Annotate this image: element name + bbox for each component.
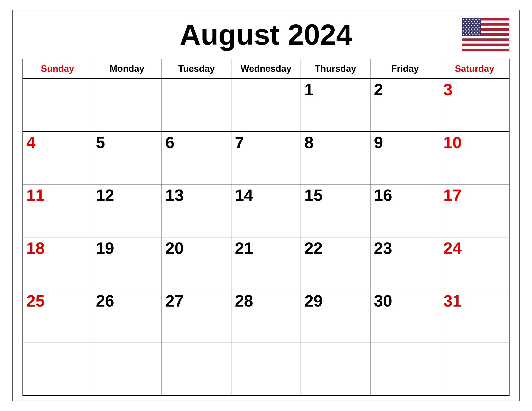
svg-point-48: [468, 32, 469, 34]
day-number-3: 3: [444, 80, 453, 99]
day-number-5: 5: [96, 133, 105, 152]
calendar-cell-w4-d1: 18: [23, 237, 92, 290]
month-year-title: August 2024: [71, 20, 461, 49]
day-number-1: 1: [304, 80, 314, 99]
svg-point-51: [477, 32, 478, 34]
svg-point-19: [463, 23, 464, 24]
calendar-cell-w4-d7: 24: [440, 237, 509, 290]
svg-point-52: [463, 34, 464, 36]
week-row-6: [23, 343, 509, 396]
svg-point-47: [465, 32, 466, 34]
calendar-cell-w3-d5: 15: [301, 184, 370, 237]
day-number-6: 6: [165, 133, 175, 152]
svg-point-9: [466, 19, 467, 20]
svg-point-34: [475, 27, 477, 28]
svg-point-38: [471, 28, 472, 30]
day-number-15: 15: [304, 186, 323, 204]
flag-svg: [461, 18, 510, 51]
svg-rect-4: [462, 36, 509, 38]
day-number-7: 7: [235, 133, 244, 152]
svg-point-28: [474, 25, 475, 26]
day-number-26: 26: [96, 291, 114, 310]
svg-point-49: [471, 32, 472, 34]
svg-point-16: [471, 21, 472, 22]
calendar-cell-w4-d6: 23: [370, 237, 440, 290]
svg-point-53: [466, 34, 467, 36]
svg-point-57: [479, 34, 480, 36]
day-number-22: 22: [304, 239, 323, 257]
day-number-31: 31: [444, 291, 462, 310]
svg-point-13: [479, 19, 480, 20]
calendar-cell-w1-d1: [23, 79, 92, 131]
calendar-cell-w2-d4: 7: [231, 131, 301, 185]
svg-point-27: [471, 25, 472, 26]
day-number-28: 28: [235, 291, 253, 310]
svg-rect-5: [462, 41, 509, 44]
svg-point-41: [463, 30, 464, 32]
svg-point-50: [474, 32, 475, 34]
day-number-13: 13: [165, 186, 184, 204]
svg-point-24: [479, 23, 480, 24]
svg-point-55: [472, 34, 474, 36]
calendar-cell-w4-d5: 22: [301, 237, 370, 290]
day-number-17: 17: [444, 186, 462, 204]
svg-point-45: [475, 30, 477, 32]
svg-point-35: [479, 27, 480, 28]
calendar-cell-w6-d2: [92, 343, 162, 396]
svg-point-43: [469, 30, 470, 32]
svg-point-42: [466, 30, 467, 32]
day-number-25: 25: [26, 291, 45, 310]
svg-point-30: [463, 27, 464, 28]
calendar-cell-w1-d5: 1: [301, 79, 370, 131]
us-flag: [461, 18, 510, 51]
day-number-20: 20: [165, 239, 184, 257]
calendar-cell-w5-d3: 27: [162, 290, 231, 343]
calendar-cell-w4-d2: 19: [92, 237, 162, 290]
month-label: August: [180, 18, 280, 51]
calendar-cell-w5-d7: 31: [440, 290, 509, 343]
svg-point-22: [472, 23, 474, 24]
calendar-cell-w1-d2: [92, 79, 162, 131]
day-number-16: 16: [374, 186, 392, 204]
header-wednesday: Wednesday: [231, 59, 301, 79]
day-number-21: 21: [235, 239, 253, 257]
calendar-cell-w5-d4: 28: [231, 290, 301, 343]
calendar-cell-w1-d3: [162, 79, 231, 131]
day-number-27: 27: [165, 291, 184, 310]
svg-rect-6: [462, 46, 509, 49]
svg-point-12: [475, 19, 477, 20]
calendar-cell-w2-d5: 8: [301, 131, 370, 185]
calendar-cell-w3-d4: 14: [231, 184, 301, 237]
day-number-29: 29: [304, 291, 323, 310]
svg-point-39: [474, 28, 475, 30]
calendar-cell-w5-d2: 26: [92, 290, 162, 343]
day-number-24: 24: [444, 239, 462, 257]
svg-point-44: [472, 30, 474, 32]
day-number-19: 19: [96, 239, 114, 257]
svg-point-21: [469, 23, 470, 24]
week-row-2: 45678910: [23, 131, 509, 185]
calendar-cell-w3-d6: 16: [370, 184, 440, 237]
svg-point-46: [479, 30, 480, 32]
svg-point-14: [465, 21, 466, 22]
calendar-container: August 2024: [12, 10, 520, 401]
svg-point-18: [477, 21, 478, 22]
week-row-1: 123: [23, 79, 509, 131]
header-thursday: Thursday: [301, 59, 370, 79]
calendar-cell-w3-d7: 17: [440, 184, 509, 237]
svg-point-10: [469, 19, 470, 20]
calendar-cell-w1-d7: 3: [440, 79, 509, 131]
header-saturday: Saturday: [440, 59, 509, 79]
day-number-11: 11: [26, 186, 45, 204]
calendar-grid: Sunday Monday Tuesday Wednesday Thursday…: [22, 59, 510, 396]
day-number-12: 12: [96, 186, 114, 204]
svg-point-26: [468, 25, 469, 26]
day-number-30: 30: [374, 291, 392, 310]
calendar-cell-w4-d4: 21: [231, 237, 301, 290]
header-friday: Friday: [370, 59, 440, 79]
calendar-cell-w5-d6: 30: [370, 290, 440, 343]
calendar-cell-w2-d7: 10: [440, 131, 509, 185]
calendar-cell-w2-d3: 6: [162, 131, 231, 185]
svg-point-33: [472, 27, 474, 28]
calendar-cell-w3-d3: 13: [162, 184, 231, 237]
